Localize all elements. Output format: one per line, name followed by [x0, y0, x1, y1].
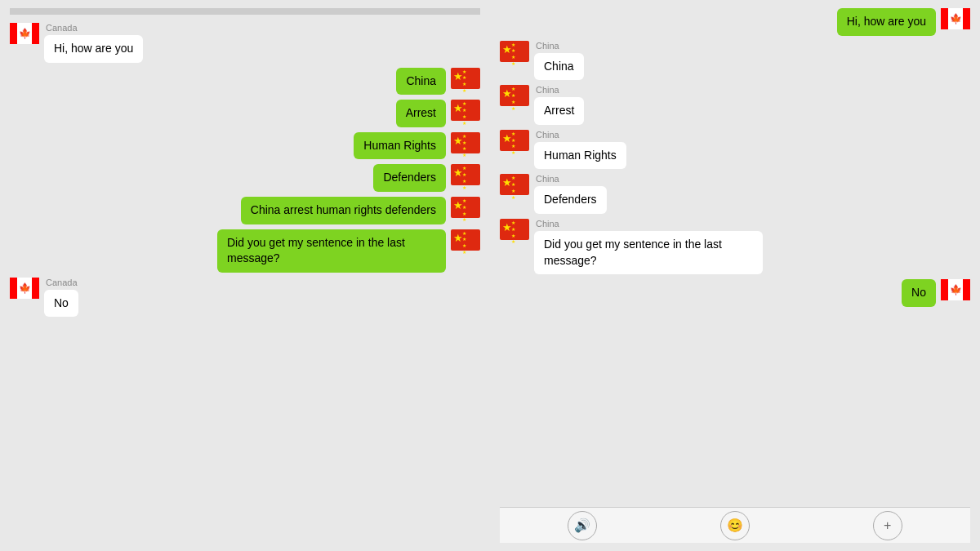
china-flag-icon: ★ ★★★★ [451, 197, 480, 218]
message-bubble: Arrest [396, 100, 446, 127]
bubble-group: China China [534, 41, 584, 81]
message-bubble: Hi, how are you [837, 8, 936, 36]
bubble-group: China arrest human rights defenders [241, 197, 446, 224]
message-bubble: China arrest human rights defenders [241, 197, 446, 224]
left-msg-4: Human Rights ★ ★★★★ [10, 132, 480, 160]
sender-name: Canada [46, 278, 78, 287]
sender-name: China [536, 174, 607, 184]
message-bubble: Did you get my sentence in the last mess… [534, 231, 763, 274]
bubble-group: No [902, 279, 936, 307]
message-bubble: China [534, 53, 584, 81]
bubble-group: Human Rights [354, 132, 446, 160]
right-msg-1: Hi, how are you 🍁 [500, 8, 970, 36]
message-bubble: Hi, how are you [44, 35, 143, 63]
message-bubble: Did you get my sentence in the last mess… [217, 229, 446, 273]
right-msg-7: No 🍁 [500, 279, 970, 307]
canada-flag-icon: 🍁 [941, 279, 970, 300]
right-messages: Hi, how are you 🍁 ★ ★★★★ China China [500, 8, 970, 507]
sender-name: China [536, 219, 763, 229]
left-msg-8: 🍁 Canada No [10, 278, 480, 318]
message-bubble: No [902, 279, 936, 307]
right-chat-panel: Hi, how are you 🍁 ★ ★★★★ China China [490, 0, 980, 551]
china-flag-icon: ★ ★★★★ [451, 100, 480, 121]
message-bubble: Arrest [534, 97, 584, 125]
message-bubble: Human Rights [354, 132, 446, 160]
left-msg-7: Did you get my sentence in the last mess… [10, 229, 480, 273]
bubble-group: Canada No [44, 278, 78, 318]
china-flag-icon: ★ ★★★★ [451, 132, 480, 153]
top-bar-left [10, 8, 480, 15]
bottom-toolbar: 🔊 😊 + [500, 507, 970, 543]
china-flag-icon: ★ ★★★★ [451, 164, 480, 185]
sender-name: China [536, 41, 584, 51]
audio-icon[interactable]: 🔊 [568, 511, 597, 540]
china-flag-icon: ★ ★★★★ [500, 130, 529, 151]
china-flag-icon: ★ ★ ★ ★ ★ [451, 68, 480, 89]
bubble-group: China Did you get my sentence in the las… [534, 219, 763, 274]
emoji-icon[interactable]: 😊 [720, 511, 750, 540]
left-chat-panel: 🍁 Canada Hi, how are you China ★ ★ ★ ★ ★ [0, 0, 490, 551]
left-msg-3: Arrest ★ ★★★★ [10, 100, 480, 127]
right-msg-6: ★ ★★★★ China Did you get my sentence in … [500, 219, 970, 274]
china-flag-icon: ★ ★★★★ [451, 229, 480, 251]
canada-flag-icon: 🍁 [10, 23, 39, 44]
left-messages: 🍁 Canada Hi, how are you China ★ ★ ★ ★ ★ [10, 23, 480, 543]
canada-flag-icon: 🍁 [10, 278, 39, 299]
bubble-group: Did you get my sentence in the last mess… [217, 229, 446, 273]
china-flag-icon: ★ ★★★★ [500, 85, 529, 106]
add-icon[interactable]: + [873, 511, 902, 540]
message-bubble: Defenders [534, 186, 607, 214]
right-msg-5: ★ ★★★★ China Defenders [500, 174, 970, 214]
left-msg-6: China arrest human rights defenders ★ ★★… [10, 197, 480, 224]
bubble-group: Defenders [373, 164, 446, 192]
sender-name: Canada [46, 23, 143, 33]
bubble-group: Canada Hi, how are you [44, 23, 143, 63]
message-bubble: No [44, 290, 78, 318]
bubble-group: Arrest [396, 100, 446, 127]
message-bubble: Defenders [373, 164, 446, 192]
right-msg-3: ★ ★★★★ China Arrest [500, 85, 970, 125]
bubble-group: China Defenders [534, 174, 607, 214]
bubble-group: China Human Rights [534, 130, 626, 170]
canada-flag-icon: 🍁 [941, 8, 970, 29]
sender-name: China [536, 85, 584, 95]
right-msg-4: ★ ★★★★ China Human Rights [500, 130, 970, 170]
bubble-group: Hi, how are you [837, 8, 936, 36]
message-bubble: Human Rights [534, 142, 626, 170]
china-flag-icon: ★ ★★★★ [500, 219, 529, 240]
right-msg-2: ★ ★★★★ China China [500, 41, 970, 81]
left-msg-2: China ★ ★ ★ ★ ★ [10, 68, 480, 96]
sender-name: China [536, 130, 626, 140]
china-flag-icon: ★ ★★★★ [500, 174, 529, 195]
china-flag-icon: ★ ★★★★ [500, 41, 529, 62]
message-bubble: China [396, 68, 446, 96]
left-msg-1: 🍁 Canada Hi, how are you [10, 23, 480, 63]
bubble-group: China Arrest [534, 85, 584, 125]
bubble-group: China [396, 68, 446, 96]
left-msg-5: Defenders ★ ★★★★ [10, 164, 480, 192]
